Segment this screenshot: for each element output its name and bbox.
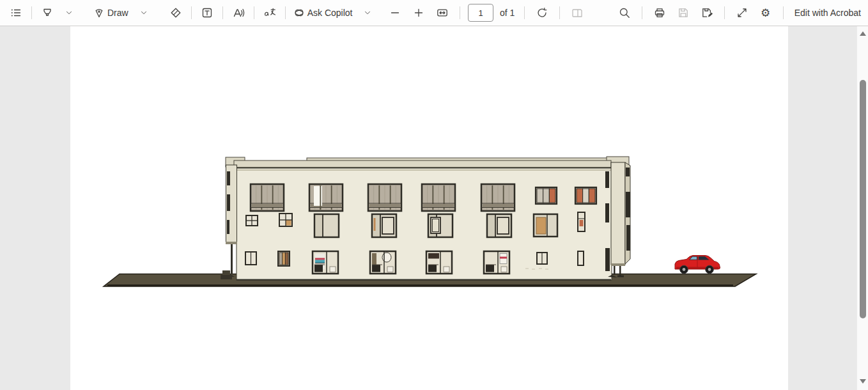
window-interior <box>484 251 509 274</box>
window-large <box>368 184 401 211</box>
settings-button[interactable]: ⚙ <box>756 3 775 22</box>
window-small <box>537 253 547 264</box>
copilot-icon <box>293 6 306 19</box>
window-small <box>278 251 290 266</box>
rotate-icon <box>536 6 548 19</box>
minus-icon <box>389 6 401 19</box>
elevation-drawing <box>0 26 857 390</box>
scroll-down-arrow[interactable] <box>860 379 866 384</box>
text-box-icon <box>201 6 213 19</box>
ask-copilot-dropdown[interactable] <box>358 3 377 22</box>
fit-to-width-icon <box>436 6 449 19</box>
toolbar-divider <box>31 6 32 19</box>
zoom-out-button[interactable] <box>385 3 405 22</box>
pdf-toolbar: Draw <box>0 0 868 26</box>
chevron-down-icon <box>65 8 74 17</box>
highlight-button[interactable] <box>38 3 57 22</box>
left-bay <box>221 165 237 279</box>
zoom-in-button[interactable] <box>409 3 428 22</box>
two-page-view-icon <box>571 6 584 19</box>
search-button[interactable] <box>615 3 634 22</box>
draw-dropdown[interactable] <box>134 3 153 22</box>
ask-copilot-label: Ask Copilot <box>306 8 355 18</box>
edit-with-acrobat-button[interactable]: Edit with Acrobat <box>791 3 864 22</box>
toolbar-divider <box>191 6 192 19</box>
save-icon <box>677 6 690 19</box>
toolbar-divider <box>222 6 223 19</box>
erase-button[interactable] <box>166 3 185 22</box>
chevron-down-icon <box>363 8 372 17</box>
toolbar-divider <box>724 6 725 19</box>
window-small <box>246 215 258 226</box>
gear-icon: ⚙ <box>761 8 770 19</box>
scroll-up-arrow[interactable] <box>860 31 866 36</box>
draw-label: Draw <box>105 8 130 18</box>
fit-to-width-button[interactable] <box>433 3 452 22</box>
window-accent <box>536 187 557 204</box>
plus-icon <box>412 6 425 19</box>
window-medium <box>428 214 453 237</box>
print-button[interactable] <box>650 3 669 22</box>
edit-with-acrobat-label: Edit with Acrobat <box>793 8 863 18</box>
right-stair-tower <box>605 162 630 277</box>
translate-icon <box>263 6 276 19</box>
toolbar-divider <box>783 6 784 19</box>
page-view-button <box>568 3 587 22</box>
search-icon <box>618 6 631 19</box>
toolbar-divider <box>524 6 525 19</box>
save-as-icon <box>701 6 713 19</box>
window-accent <box>575 187 596 204</box>
window-small <box>245 252 256 265</box>
page-count-label: of 1 <box>498 8 516 18</box>
toolbar-divider <box>254 6 254 19</box>
toolbar-divider <box>642 6 642 19</box>
highlighter-icon <box>41 6 54 19</box>
window-medium <box>487 214 511 237</box>
fullscreen-button[interactable] <box>732 3 752 22</box>
read-aloud-icon <box>232 6 245 19</box>
window-interior <box>370 251 396 274</box>
window-small <box>578 251 584 265</box>
table-of-contents-button[interactable] <box>6 3 26 22</box>
window-large <box>422 184 455 211</box>
toolbar-divider <box>559 6 560 19</box>
window-large <box>481 184 515 211</box>
draw-button[interactable]: Draw <box>91 3 132 22</box>
window-interior <box>313 251 338 274</box>
print-icon <box>653 6 666 19</box>
window-large <box>309 184 343 211</box>
ask-copilot-button[interactable]: Ask Copilot <box>291 3 356 22</box>
window-medium <box>372 214 396 237</box>
window-interior <box>426 251 452 274</box>
red-car <box>675 256 720 274</box>
fullscreen-icon <box>736 6 748 19</box>
add-text-button[interactable] <box>198 3 217 22</box>
translate-button[interactable] <box>260 3 279 22</box>
vertical-scrollbar[interactable] <box>856 26 868 390</box>
page-number-input[interactable] <box>468 4 493 22</box>
save-button <box>674 3 693 22</box>
chevron-down-icon <box>139 8 148 17</box>
toolbar-divider <box>460 6 460 19</box>
table-of-contents-icon <box>10 6 22 19</box>
window-large <box>251 184 284 211</box>
highlight-dropdown[interactable] <box>59 3 79 22</box>
save-as-button[interactable] <box>697 3 717 22</box>
read-aloud-button[interactable] <box>229 3 248 22</box>
draw-pen-icon <box>93 6 105 19</box>
rotate-button[interactable] <box>532 3 552 22</box>
window-small <box>279 214 292 226</box>
window-medium <box>314 214 339 237</box>
eraser-icon <box>169 6 182 19</box>
toolbar-divider <box>285 6 286 19</box>
scrollbar-thumb[interactable] <box>860 80 866 318</box>
